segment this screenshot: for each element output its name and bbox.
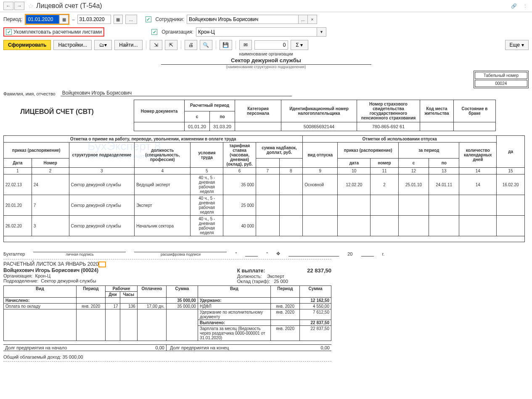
employees-label: Сотрудники: [156, 16, 184, 22]
kebab-icon[interactable]: ⋮ [521, 2, 529, 10]
org-label: Организация: [161, 29, 193, 35]
payslip: РАСЧЕТНЫЙ ЛИСТОК ЗА ЯНВАРЬ 2020 Войцехов… [3, 259, 331, 362]
link-icon[interactable]: 🔗 [510, 2, 518, 10]
department-name: Сектор дежурной службы [3, 56, 529, 64]
save-settings-button[interactable]: 🗂▾ [94, 40, 112, 50]
calendar-from-icon[interactable]: ▦ [59, 15, 69, 24]
find-button[interactable]: Найти... [114, 40, 142, 50]
more-button[interactable]: Еще ▾ [505, 40, 529, 50]
period-label: Период: [3, 16, 22, 22]
generate-button[interactable]: Сформировать [3, 40, 51, 50]
tabnum-box: Табельный номер 00024 [474, 71, 529, 88]
mail-button[interactable]: ✉ [239, 40, 252, 50]
org-caption: наименование организации [3, 52, 529, 56]
sum-button[interactable]: Σ ▾ [291, 40, 308, 50]
org-dropdown-button[interactable]: ▼ [317, 27, 326, 37]
date-from-input[interactable] [26, 15, 59, 24]
employee-input[interactable] [187, 15, 299, 24]
department-caption: (наименование структурного подразделения… [161, 64, 371, 69]
bundle-checkbox[interactable] [6, 29, 12, 35]
dash: – [72, 17, 74, 22]
titlebar: ← → ☆ Лицевой счет (Т-54а) 🔗 ⋮ [0, 0, 532, 12]
calendar-to-icon[interactable]: ▦ [114, 15, 123, 24]
taxable-income: Общий облагаемый доход: 35 000,00 [3, 354, 331, 359]
table-row: 26.02.203Сектор дежурной службыНачальник… [4, 216, 525, 236]
employee-clear-button[interactable]: × [308, 15, 317, 24]
forward-button[interactable]: → [14, 2, 24, 10]
payslip-employee: Войцехович Игорь Борисович (00024) [3, 267, 98, 273]
doc-title: ЛИЦЕВОЙ СЧЕТ (СВТ) [3, 100, 134, 131]
favorite-icon[interactable]: ☆ [28, 2, 34, 10]
fio-value: Войцехович Игорь Борисович [61, 90, 292, 96]
preview-button[interactable]: 🔍 [200, 40, 212, 50]
back-button[interactable]: ← [3, 2, 13, 10]
fio-label: Фамилия, имя, отчество [3, 91, 56, 96]
payslip-title: РАСЧЕТНЫЙ ЛИСТОК ЗА ЯНВАРЬ 2020 [3, 261, 98, 267]
employee-select-button[interactable]: ... [299, 15, 308, 24]
settings-button[interactable]: Настройки... [53, 40, 92, 50]
period-picker-button[interactable]: ... [125, 15, 137, 24]
save-button[interactable]: 💾 [220, 40, 232, 50]
level-input[interactable] [254, 40, 288, 50]
expand-button[interactable]: ⇲ [150, 40, 162, 50]
table-row: 22.02.1324Сектор дежурной службыВедущий … [4, 174, 525, 195]
print-button[interactable]: 🖨 [185, 40, 197, 50]
employees-checkbox[interactable] [146, 16, 151, 22]
employment-table: Отметка о приеме на работу, переводе, ув… [3, 135, 525, 242]
table-row: 20.01.207Сектор дежурной службыЭксперт40… [4, 195, 525, 216]
bundle-highlight: Укомплектовать расчетными листами [3, 27, 104, 37]
doc-head-table: Номер документа Расчетный период Категор… [134, 100, 496, 131]
org-checkbox[interactable] [151, 29, 157, 35]
page-title: Лицевой счет (Т-54а) [36, 2, 102, 10]
payslip-table: Вид Период Рабочие Оплачено Сумма Вид Пе… [3, 285, 331, 341]
date-to-input[interactable] [77, 15, 111, 24]
bundle-label: Укомплектовать расчетными листами [13, 29, 102, 35]
accountant-label: Бухгалтер [3, 251, 25, 256]
collapse-button[interactable]: ⇱ [165, 40, 177, 50]
org-input[interactable] [196, 27, 317, 37]
